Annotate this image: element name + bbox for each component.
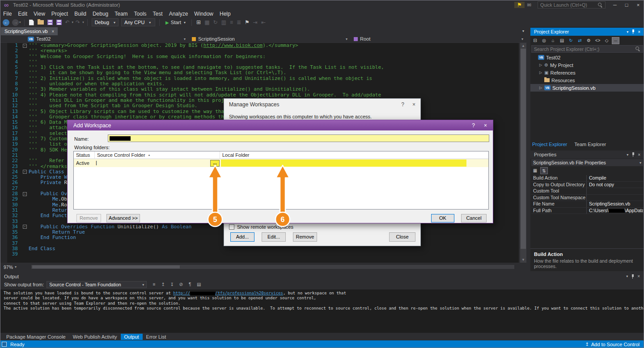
scrollbar-thumb[interactable] bbox=[32, 265, 180, 268]
alphabetical-sort-icon[interactable]: ⇅ bbox=[540, 167, 548, 174]
column-header-status[interactable]: Status bbox=[74, 151, 95, 159]
menu-project[interactable]: Project bbox=[48, 11, 71, 17]
previous-message-icon[interactable]: ↥ bbox=[159, 281, 167, 288]
add-to-source-control-button[interactable]: ↥ Add to Source Control bbox=[585, 342, 640, 347]
scrollbar-thumb[interactable] bbox=[521, 49, 526, 249]
start-debugging-button[interactable]: ▶ Start ▾ bbox=[162, 20, 189, 25]
close-tab-icon[interactable]: × bbox=[52, 29, 55, 34]
menu-help[interactable]: Help bbox=[216, 11, 234, 17]
ok-button[interactable]: OK bbox=[431, 214, 454, 222]
redo-icon[interactable]: ↷ bbox=[74, 18, 82, 27]
scroll-down-icon[interactable]: ▼ bbox=[520, 258, 526, 262]
refresh-icon[interactable]: ↻ bbox=[567, 37, 575, 44]
project-explorer-header[interactable]: Project Explorer ▾ × bbox=[530, 28, 644, 36]
editor-horizontal-scrollbar[interactable] bbox=[31, 265, 514, 269]
output-source-dropdown[interactable]: Source Control - Team Foundation ▾ bbox=[47, 281, 147, 288]
tree-item-resources[interactable]: Resources bbox=[530, 76, 644, 84]
close-button[interactable]: × bbox=[632, 0, 644, 10]
add-workspace-titlebar[interactable]: Add Workspace ? × bbox=[68, 120, 493, 130]
checkbox-icon[interactable] bbox=[229, 224, 234, 230]
word-wrap-icon[interactable]: ¶ bbox=[186, 281, 194, 288]
output-text[interactable]: The solution you have loaded is bound to… bbox=[0, 289, 644, 333]
solution-platforms-dropdown[interactable]: Any CPU▾ bbox=[121, 18, 155, 26]
menu-debug[interactable]: Debug bbox=[89, 11, 111, 17]
tool-tab-web-publish-activity[interactable]: Web Publish Activity bbox=[69, 334, 121, 340]
diagram-icon[interactable]: ◇ bbox=[603, 37, 610, 44]
window-position-icon[interactable]: ▾ bbox=[626, 274, 628, 278]
menu-file[interactable]: File bbox=[0, 11, 15, 17]
collapse-all-icon[interactable]: ─ bbox=[612, 37, 619, 44]
feedback-icon[interactable]: ✉ bbox=[525, 2, 534, 8]
edit-workspace-button[interactable]: Edit... bbox=[262, 232, 286, 242]
properties-row[interactable]: Build ActionCompile bbox=[531, 175, 643, 182]
menu-build[interactable]: Build bbox=[71, 11, 89, 17]
properties-header[interactable]: Properties ▾ × bbox=[530, 151, 644, 159]
chevron-down-icon[interactable]: ▾ bbox=[15, 265, 17, 269]
workspace-name-input[interactable] bbox=[108, 134, 489, 142]
tree-item-test02[interactable]: VBTest02 bbox=[530, 54, 644, 61]
clear-all-icon[interactable]: ⊘ bbox=[177, 281, 185, 288]
open-file-icon[interactable] bbox=[38, 20, 44, 25]
close-dialog-icon[interactable]: × bbox=[484, 122, 487, 129]
add-item-icon[interactable]: ⊞ bbox=[195, 18, 203, 27]
properties-row[interactable]: Copy to Output DirectoryDo not copy bbox=[531, 182, 643, 189]
minimize-button[interactable]: ─ bbox=[609, 0, 621, 10]
settings-icon[interactable]: ⚙ bbox=[585, 37, 593, 44]
uncomment-icon[interactable]: ≣ bbox=[235, 18, 243, 27]
refresh-icon[interactable]: ↻ bbox=[211, 18, 219, 27]
navbar-project-dropdown[interactable]: VB Test02 ▾ bbox=[0, 35, 189, 42]
output-header[interactable]: Output ▾ × bbox=[0, 273, 644, 280]
expander-icon[interactable]: ▷ bbox=[539, 86, 544, 90]
window-position-icon[interactable]: ▾ bbox=[627, 30, 628, 34]
close-dialog-button[interactable]: Close bbox=[389, 232, 415, 242]
menu-tools[interactable]: Tools bbox=[131, 11, 150, 17]
indent-icon[interactable]: ⇥ bbox=[251, 18, 259, 27]
sync-with-active-document-icon[interactable]: ⇄ bbox=[576, 37, 584, 44]
column-header-source-control-folder[interactable]: Source Control Folder ▲ bbox=[95, 151, 220, 159]
menu-edit[interactable]: Edit bbox=[15, 11, 30, 17]
close-panel-icon[interactable]: × bbox=[638, 152, 640, 157]
tool-tab-output[interactable]: Output bbox=[121, 334, 143, 340]
menu-test[interactable]: Test bbox=[150, 11, 166, 17]
save-all-icon[interactable] bbox=[56, 20, 62, 25]
quick-launch-input[interactable]: Quick Launch (Ctrl+Q) bbox=[538, 1, 606, 8]
fold-toggle-icon[interactable]: - bbox=[23, 192, 27, 196]
remove-folder-button[interactable]: Remove bbox=[76, 214, 101, 222]
new-file-icon[interactable] bbox=[29, 20, 34, 25]
save-icon[interactable] bbox=[47, 20, 53, 25]
close-panel-icon[interactable]: × bbox=[637, 274, 640, 279]
undo-icon[interactable]: ↶ bbox=[64, 18, 72, 27]
properties-row[interactable]: Full PathC:\Users\\AppData\Loc bbox=[531, 208, 643, 214]
pin-icon[interactable] bbox=[631, 274, 635, 279]
categorized-icon[interactable]: ▦ bbox=[531, 167, 539, 174]
bookmark-icon[interactable]: ⚑ bbox=[243, 18, 251, 27]
expander-icon[interactable]: ▷ bbox=[539, 63, 544, 67]
properties-icon[interactable]: ▤ bbox=[558, 37, 566, 44]
home-icon[interactable]: ⌂ bbox=[549, 37, 557, 44]
fold-toggle-icon[interactable]: - bbox=[23, 170, 27, 174]
menu-view[interactable]: View bbox=[30, 11, 48, 17]
properties-row[interactable]: Custom Tool Namespace bbox=[531, 195, 643, 201]
navbar-member-dropdown[interactable]: Root ▾ bbox=[351, 35, 527, 42]
next-message-icon[interactable]: ↧ bbox=[168, 281, 176, 288]
menu-team[interactable]: Team bbox=[111, 11, 131, 17]
close-panel-icon[interactable]: × bbox=[638, 29, 640, 34]
fold-toggle-icon[interactable]: - bbox=[23, 225, 27, 229]
tab-scriptingsession-vb[interactable]: ScriptingSession.vb × bbox=[1, 27, 58, 35]
cancel-button[interactable]: Cancel bbox=[461, 214, 487, 222]
menu-analyze[interactable]: Analyze bbox=[166, 11, 191, 17]
align-icon[interactable]: ⊟ bbox=[531, 37, 539, 44]
tree-item-references[interactable]: ▷▣References bbox=[530, 69, 644, 76]
add-workspace-button[interactable]: Add... bbox=[230, 232, 254, 242]
find-in-files-icon[interactable]: ▥ bbox=[220, 18, 228, 27]
menu-window[interactable]: Window bbox=[191, 11, 216, 17]
remove-workspace-button[interactable]: Remove bbox=[293, 232, 317, 242]
solution-configurations-dropdown[interactable]: Debug▾ bbox=[92, 18, 119, 26]
tab-team-explorer[interactable]: Team Explorer bbox=[574, 142, 606, 149]
properties-object-dropdown[interactable]: ScriptingSession.vb File Properties ▾ bbox=[531, 159, 643, 166]
navigate-back-icon[interactable]: ← bbox=[3, 19, 9, 26]
tool-tab-error-list[interactable]: Error List bbox=[143, 334, 170, 340]
pin-icon[interactable] bbox=[631, 152, 635, 157]
zoom-level[interactable]: 97% bbox=[4, 264, 13, 270]
help-icon[interactable]: ? bbox=[472, 122, 475, 129]
